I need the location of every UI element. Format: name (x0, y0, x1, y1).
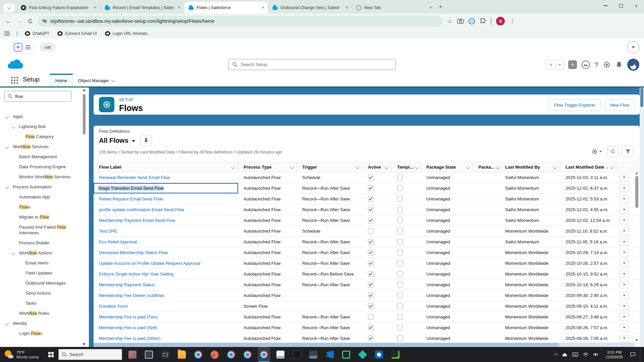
sparkle-menu-pill[interactable] (9, 41, 36, 54)
sidebar-item[interactable]: Email Alerts (0, 260, 79, 266)
sidebar-item[interactable]: Field Updates (0, 270, 79, 276)
keyboard-icon[interactable] (572, 352, 578, 357)
list-view-dropdown-icon[interactable] (132, 140, 135, 142)
forward-button[interactable]: → (14, 16, 25, 26)
sidebar-item[interactable]: Workflow Services (0, 144, 79, 149)
browser-tab[interactable]: Flow Debug Failure Explanation× (17, 2, 101, 13)
template-checkbox[interactable] (397, 250, 403, 255)
cloud-status-icon[interactable] (562, 352, 568, 357)
apps-grid-icon[interactable] (5, 31, 9, 36)
browser-menu-icon[interactable]: ⋮ (509, 18, 515, 24)
app-launcher-icon[interactable] (11, 77, 18, 84)
flow-trigger-explorer-button[interactable]: Flow Trigger Explorer (548, 99, 601, 111)
active-checkbox[interactable] (368, 260, 374, 266)
browser-profile-avatar[interactable]: S (496, 17, 505, 25)
scroll-down-icon[interactable] (635, 339, 638, 342)
sidebar-item[interactable]: Login Flows (0, 330, 79, 336)
template-checkbox[interactable] (397, 271, 403, 277)
template-checkbox[interactable] (397, 239, 403, 245)
sidebar-item[interactable]: Automation App (0, 194, 79, 200)
column-header-packa-[interactable]: Packa... (473, 162, 500, 172)
sidebar-item[interactable]: Paused And Failed Flow Interviews (0, 224, 79, 236)
chevron-down-icon[interactable] (610, 165, 613, 169)
design-app-icon[interactable] (356, 347, 369, 362)
template-checkbox[interactable] (397, 314, 403, 320)
taskbar-search-box[interactable]: Search (58, 349, 122, 360)
extensions-puzzle-icon[interactable] (480, 18, 486, 24)
flow-label-cell[interactable]: Renewal Reminder Send Email Flow (94, 175, 238, 180)
tab-group-label[interactable]: uat (40, 43, 56, 51)
help-icon[interactable]: ? (594, 61, 598, 68)
row-actions-button[interactable] (620, 206, 629, 214)
setup-gear-icon[interactable] (603, 61, 611, 69)
template-checkbox[interactable] (397, 207, 403, 213)
user-avatar[interactable] (627, 59, 639, 71)
sidebar-item[interactable]: Apps (0, 114, 79, 119)
browser-tab[interactable]: Recent | Email Templates | Sales× (101, 2, 184, 13)
chevron-down-icon[interactable] (385, 165, 388, 169)
action-center-icon[interactable] (630, 352, 636, 357)
column-header-package-state[interactable]: Package State (421, 162, 473, 172)
active-checkbox[interactable] (368, 175, 374, 180)
vscode-icon[interactable] (323, 347, 336, 362)
user-app-icon[interactable] (126, 347, 139, 362)
bookmark-item[interactable]: Connect Gmail UI (57, 31, 97, 36)
browser-tab[interactable]: Flows | Salesforce× (184, 2, 268, 13)
active-checkbox[interactable] (368, 239, 374, 245)
scroll-up-icon[interactable] (635, 172, 638, 174)
chevron-down-icon[interactable] (11, 251, 15, 255)
scrollbar-thumb[interactable] (94, 343, 559, 347)
row-actions-button[interactable] (620, 313, 629, 321)
active-checkbox[interactable] (368, 218, 374, 223)
active-checkbox[interactable] (368, 293, 374, 298)
flow-label-cell[interactable]: Relied Request Email Send Flow (94, 196, 238, 201)
dropdown-circle-button[interactable] (627, 41, 639, 53)
sidebar-item[interactable]: Migrate to Flow (0, 214, 79, 220)
chevron-down-icon[interactable] (5, 321, 9, 325)
scrollbar-thumb[interactable] (83, 94, 86, 134)
password-manager-icon[interactable] (469, 18, 475, 24)
flow-label-cell[interactable]: Membership Fee is paid (Two) (94, 314, 238, 319)
flow-label-cell[interactable]: Stage Transition Email Send Flow (94, 183, 238, 193)
browser-tab[interactable]: New Tab× (352, 2, 436, 13)
global-search-input[interactable]: Search Setup (228, 59, 396, 70)
pycharm-icon[interactable] (340, 347, 353, 362)
flow-label-cell[interactable]: Deceased Membership Status Flow (94, 250, 238, 255)
scroll-up-icon[interactable] (83, 89, 86, 91)
volume-icon[interactable] (593, 352, 599, 357)
chrome-icon[interactable] (192, 347, 205, 362)
scrollbar-thumb[interactable] (635, 176, 638, 208)
tab-close-icon[interactable]: × (260, 5, 266, 10)
column-header-active[interactable]: Active (363, 162, 392, 172)
chevron-down-icon[interactable] (231, 165, 235, 169)
sidebar-item[interactable]: Monitor Workflow Services (0, 174, 79, 180)
url-text[interactable]: isijoftoronto--uat.sandbox.my.salesforce… (50, 18, 214, 24)
refresh-button[interactable] (607, 146, 619, 157)
flow-label-cell[interactable]: Donation Form (94, 304, 238, 309)
new-flow-button[interactable]: New Flow (604, 99, 635, 111)
chrome-active-icon[interactable] (258, 347, 270, 362)
template-checkbox[interactable] (397, 185, 403, 191)
tab-search-button[interactable] (3, 3, 15, 12)
chevron-down-icon[interactable] (415, 165, 418, 169)
active-checkbox[interactable] (368, 271, 374, 277)
sidebar-item[interactable]: Workflow Rules (0, 310, 79, 316)
template-checkbox[interactable] (397, 293, 403, 298)
active-checkbox[interactable] (368, 303, 374, 309)
file-explorer-icon[interactable] (175, 347, 188, 362)
list-view-name[interactable]: All Flows (99, 137, 128, 144)
active-checkbox[interactable] (368, 228, 374, 234)
sidebar-item[interactable]: Workflow Actions (0, 250, 79, 256)
chevron-down-icon[interactable] (553, 165, 557, 169)
row-actions-button[interactable] (620, 249, 629, 256)
row-actions-button[interactable] (620, 260, 629, 267)
chevron-down-icon[interactable] (5, 115, 9, 118)
taskbar-clock[interactable]: 3:01 PM 12/3/2025 (603, 350, 626, 359)
site-settings-icon[interactable] (42, 20, 47, 22)
template-checkbox[interactable] (397, 325, 403, 330)
template-checkbox[interactable] (397, 282, 403, 288)
sidebar-item[interactable]: Tasks (0, 300, 79, 306)
task-view-icon[interactable] (143, 347, 155, 362)
chevron-down-icon[interactable] (356, 165, 359, 169)
column-header-flow-label[interactable]: Flow Label (94, 162, 238, 172)
